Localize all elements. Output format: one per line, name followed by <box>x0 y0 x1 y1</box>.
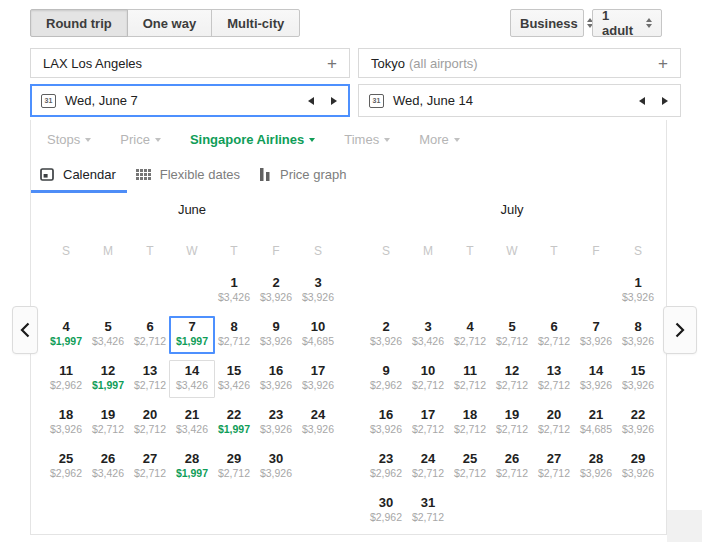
trip-type-one-way[interactable]: One way <box>127 9 212 37</box>
calendar-day-june-11[interactable]: 11$2,962 <box>45 356 87 400</box>
calendar-day-june-4[interactable]: 4$1,997 <box>45 312 87 356</box>
departure-date-field[interactable]: 31 Wed, June 7 <box>30 84 350 117</box>
day-number: 21 <box>171 408 213 421</box>
calendar-day-june-9[interactable]: 9$3,926 <box>255 312 297 356</box>
calendar-day-july-19[interactable]: 19$2,712 <box>491 400 533 444</box>
weekday-row: SMTWTFS <box>45 244 339 258</box>
calendar-day-july-24[interactable]: 24$2,712 <box>407 444 449 488</box>
calendar-day-july-27[interactable]: 27$2,712 <box>533 444 575 488</box>
calendar-day-july-18[interactable]: 18$2,712 <box>449 400 491 444</box>
day-number: 25 <box>45 452 87 465</box>
calendar-day-july-3[interactable]: 3$3,426 <box>407 312 449 356</box>
calendar-day-june-16[interactable]: 16$3,926 <box>255 356 297 400</box>
return-date-prev-icon[interactable] <box>639 97 645 105</box>
calendar-day-july-31[interactable]: 31$2,712 <box>407 488 449 532</box>
calendar-day-july-17[interactable]: 17$2,712 <box>407 400 449 444</box>
calendar-day-june-27[interactable]: 27$2,712 <box>129 444 171 488</box>
calendar-day-june-5[interactable]: 5$3,426 <box>87 312 129 356</box>
calendar-day-july-12[interactable]: 12$2,712 <box>491 356 533 400</box>
trip-type-round-trip[interactable]: Round trip <box>30 9 128 37</box>
origin-field[interactable]: LAX Los Angeles + <box>30 48 350 78</box>
tab-price-graph[interactable]: Price graph <box>251 158 357 193</box>
departure-date-prev-icon[interactable] <box>308 97 314 105</box>
calendar-day-june-2[interactable]: 2$3,926 <box>255 268 297 312</box>
day-price: $1,997 <box>171 335 213 348</box>
day-price: $3,926 <box>255 467 297 480</box>
day-price: $3,926 <box>365 335 407 348</box>
calendar-day-july-29[interactable]: 29$3,926 <box>617 444 659 488</box>
filter-stops[interactable]: Stops <box>47 132 91 147</box>
calendar-day-july-7[interactable]: 7$3,926 <box>575 312 617 356</box>
day-number: 9 <box>255 320 297 333</box>
filter-more[interactable]: More <box>419 132 460 147</box>
previous-months-button[interactable] <box>12 306 38 354</box>
calendar-day-july-5[interactable]: 5$2,712 <box>491 312 533 356</box>
calendar-day-july-20[interactable]: 20$2,712 <box>533 400 575 444</box>
calendar-day-june-30[interactable]: 30$3,926 <box>255 444 297 488</box>
calendar-day-july-23[interactable]: 23$2,962 <box>365 444 407 488</box>
calendar-day-july-21[interactable]: 21$4,685 <box>575 400 617 444</box>
calendar-day-june-21[interactable]: 21$3,426 <box>171 400 213 444</box>
calendar-day-june-12[interactable]: 12$1,997 <box>87 356 129 400</box>
calendar-day-june-23[interactable]: 23$3,926 <box>255 400 297 444</box>
calendar-day-july-15[interactable]: 15$3,926 <box>617 356 659 400</box>
add-destination-button[interactable]: + <box>658 55 668 72</box>
return-date-field[interactable]: 31 Wed, June 14 <box>358 84 681 117</box>
calendar-day-july-11[interactable]: 11$2,712 <box>449 356 491 400</box>
trip-type-multi-city[interactable]: Multi-city <box>211 9 300 37</box>
tab-flexible-dates[interactable]: Flexible dates <box>127 158 251 193</box>
calendar-day-june-19[interactable]: 19$2,712 <box>87 400 129 444</box>
day-number: 20 <box>129 408 171 421</box>
calendar-day-july-25[interactable]: 25$2,712 <box>449 444 491 488</box>
calendar-day-july-8[interactable]: 8$3,926 <box>617 312 659 356</box>
day-price: $2,712 <box>87 423 129 436</box>
calendar-day-july-28[interactable]: 28$3,926 <box>575 444 617 488</box>
departure-date-next-icon[interactable] <box>331 97 337 105</box>
calendar-day-june-26[interactable]: 26$3,426 <box>87 444 129 488</box>
calendar-day-june-24[interactable]: 24$3,926 <box>297 400 339 444</box>
day-number: 18 <box>45 408 87 421</box>
calendar-day-july-16[interactable]: 16$3,926 <box>365 400 407 444</box>
cabin-class-select[interactable]: Business <box>510 9 584 37</box>
calendar-day-july-1[interactable]: 1$3,926 <box>617 268 659 312</box>
filter-airlines[interactable]: Singapore Airlines <box>190 132 315 147</box>
filter-times[interactable]: Times <box>344 132 390 147</box>
calendar-day-july-6[interactable]: 6$2,712 <box>533 312 575 356</box>
calendar-day-june-20[interactable]: 20$2,712 <box>129 400 171 444</box>
calendar-day-june-22[interactable]: 22$1,997 <box>213 400 255 444</box>
day-number: 19 <box>491 408 533 421</box>
calendar-day-june-15[interactable]: 15$3,426 <box>213 356 255 400</box>
calendar-day-june-10[interactable]: 10$4,685 <box>297 312 339 356</box>
filter-price[interactable]: Price <box>120 132 161 147</box>
calendar-day-empty <box>617 488 659 532</box>
calendar-day-june-14[interactable]: 14$3,426 <box>171 356 213 400</box>
day-price: $2,712 <box>533 335 575 348</box>
return-date-next-icon[interactable] <box>662 97 668 105</box>
tab-calendar[interactable]: Calendar <box>31 158 127 193</box>
next-months-button[interactable] <box>663 306 697 354</box>
calendar-day-july-10[interactable]: 10$2,712 <box>407 356 449 400</box>
passenger-select[interactable]: 1 adult <box>592 9 662 37</box>
calendar-day-june-6[interactable]: 6$2,712 <box>129 312 171 356</box>
calendar-day-july-9[interactable]: 9$2,962 <box>365 356 407 400</box>
add-origin-button[interactable]: + <box>327 55 337 72</box>
calendar-day-july-14[interactable]: 14$3,926 <box>575 356 617 400</box>
calendar-day-june-7[interactable]: 7$1,997 <box>171 312 213 356</box>
calendar-day-june-18[interactable]: 18$3,926 <box>45 400 87 444</box>
calendar-day-july-26[interactable]: 26$2,712 <box>491 444 533 488</box>
calendar-day-june-29[interactable]: 29$2,712 <box>213 444 255 488</box>
calendar-day-june-13[interactable]: 13$2,712 <box>129 356 171 400</box>
calendar-day-june-28[interactable]: 28$1,997 <box>171 444 213 488</box>
calendar-day-june-25[interactable]: 25$2,962 <box>45 444 87 488</box>
calendar-day-july-2[interactable]: 2$3,926 <box>365 312 407 356</box>
calendar-day-july-30[interactable]: 30$2,962 <box>365 488 407 532</box>
calendar-day-july-4[interactable]: 4$2,712 <box>449 312 491 356</box>
calendar-day-july-13[interactable]: 13$2,712 <box>533 356 575 400</box>
destination-field[interactable]: Tokyo (all airports) + <box>358 48 681 78</box>
calendar-day-july-22[interactable]: 22$3,926 <box>617 400 659 444</box>
calendar-day-june-1[interactable]: 1$3,426 <box>213 268 255 312</box>
day-price: $3,926 <box>617 335 659 348</box>
calendar-day-june-8[interactable]: 8$2,712 <box>213 312 255 356</box>
calendar-day-june-17[interactable]: 17$3,926 <box>297 356 339 400</box>
calendar-day-june-3[interactable]: 3$3,926 <box>297 268 339 312</box>
